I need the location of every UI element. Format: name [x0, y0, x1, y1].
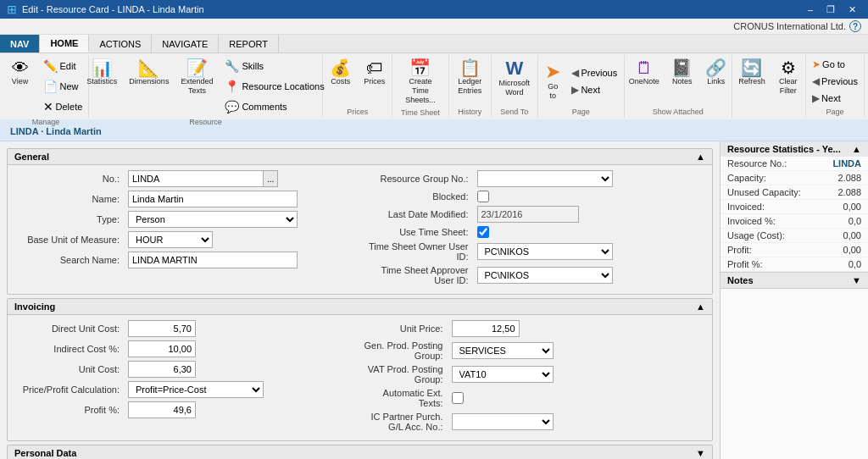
search-name-input[interactable] [128, 252, 298, 268]
personal-data-collapse-icon: ▼ [696, 448, 705, 458]
resource-group-select[interactable] [477, 170, 613, 187]
new-button[interactable]: 📄 New [39, 77, 87, 96]
extended-texts-button[interactable]: 📝 ExtendedTexts [176, 57, 217, 98]
base-uom-select[interactable]: HOUR [128, 231, 213, 248]
next-nav-button[interactable]: ▶ Next [809, 91, 861, 106]
price-profit-calc-select[interactable]: Profit=Price-Cost [128, 381, 264, 398]
microsoft-word-button[interactable]: W MicrosoftWord [495, 57, 535, 100]
attached-group-label: Show Attached [653, 108, 704, 116]
comments-label: Comments [242, 102, 287, 112]
no-dots-button[interactable]: ... [264, 170, 278, 187]
vat-prod-posting-select[interactable]: VAT10 [452, 366, 554, 383]
links-button[interactable]: 🔗 Links [701, 57, 732, 89]
stat-profit-value: 0,00 [843, 245, 861, 255]
delete-button[interactable]: ✕ Delete [39, 97, 87, 116]
use-timesheet-label: Use Time Sheet: [364, 227, 474, 237]
stat-profit-label: Profit: [727, 245, 752, 255]
personal-data-section-header[interactable]: Personal Data ▼ [8, 445, 712, 459]
personal-data-section: Personal Data ▼ [7, 445, 713, 459]
report-tab[interactable]: REPORT [219, 35, 279, 53]
onenote-button[interactable]: 🗒 OneNote [625, 57, 664, 89]
close-button[interactable]: ✕ [843, 3, 861, 17]
links-icon: 🔗 [705, 59, 726, 76]
notes-header[interactable]: Notes ▼ [721, 273, 868, 288]
use-timesheet-checkbox[interactable] [477, 226, 489, 238]
gen-prod-posting-select[interactable]: SERVICES [452, 342, 554, 359]
prices-button[interactable]: 🏷 Prices [359, 57, 390, 89]
general-section-content: No.: ... Name: T [8, 165, 712, 294]
stat-usage-cost: Usage (Cost): 0,00 [721, 229, 868, 243]
maximize-button[interactable]: ❐ [821, 3, 840, 17]
auto-ext-texts-label: Automatic Ext. Texts: [364, 388, 448, 408]
indirect-cost-input[interactable] [128, 340, 196, 357]
type-select[interactable]: Person Machine [128, 211, 298, 228]
company-name: CRONUS International Ltd. [733, 21, 846, 31]
ribbon-group-refresh: 🔄 Refresh ⚙ ClearFilter [732, 55, 806, 118]
resource-stats-header[interactable]: Resource Statistics - Ye... ▲ [721, 141, 868, 157]
page-title-text: LINDA · Linda Martin [10, 126, 102, 136]
ts-approver-select[interactable]: PC\NIKOS [477, 267, 613, 284]
statistics-button[interactable]: 📊 Statistics [82, 57, 121, 89]
stat-capacity-value: 2.088 [837, 173, 861, 183]
title-bar: ⊞ Edit - Resource Card - LINDA - Linda M… [0, 0, 868, 19]
goto-button[interactable]: ➤ Go to [541, 60, 565, 103]
previous-page-button[interactable]: ◀ Previous [568, 65, 620, 80]
clear-filter-button[interactable]: ⚙ ClearFilter [773, 57, 804, 98]
no-label: No.: [14, 174, 125, 184]
general-section-collapse-icon: ▲ [696, 152, 705, 162]
resource-group-label: Resource [189, 118, 222, 126]
unit-price-input[interactable] [452, 320, 520, 337]
ribbon-group-timesheet: 📅 Create TimeSheets... Time Sheet [392, 55, 449, 118]
blocked-checkbox[interactable] [477, 191, 489, 202]
general-section-header[interactable]: General ▲ [8, 149, 712, 165]
stat-profit-pct-value: 0,0 [849, 259, 861, 269]
ledger-entries-label: LedgerEntries [458, 77, 481, 96]
unit-cost-input[interactable] [128, 361, 196, 378]
invoicing-section-header[interactable]: Invoicing ▲ [8, 299, 712, 315]
minimize-button[interactable]: – [803, 3, 818, 17]
navigate-tab[interactable]: NAVIGATE [152, 35, 219, 53]
form-area: General ▲ No.: ... [0, 141, 720, 459]
name-input[interactable] [128, 191, 298, 207]
skills-label: Skills [242, 61, 264, 71]
ledger-entries-button[interactable]: 📋 LedgerEntries [453, 57, 486, 98]
view-button[interactable]: 👁 View [5, 57, 36, 89]
ic-partner-select[interactable] [452, 413, 554, 430]
no-row: No.: ... [14, 170, 357, 187]
resource-locations-button[interactable]: 📍 Resource Locations [220, 77, 328, 96]
last-date-row: Last Date Modified: [364, 206, 706, 223]
notes-button[interactable]: 📓 Notes [667, 57, 698, 89]
edit-label: Edit [60, 61, 76, 71]
goto-page-arrow: ➤ [812, 58, 821, 70]
ts-owner-select[interactable]: PC\NIKOS [477, 243, 613, 260]
nav-tab[interactable]: NAV [0, 35, 40, 53]
goto-label: Go to [545, 82, 560, 101]
stat-profit-pct-label: Profit %: [727, 259, 763, 269]
timesheet-group-label: Time Sheet [401, 108, 440, 117]
go-to-page-button[interactable]: ➤ Go to [809, 57, 861, 72]
personal-data-section-label: Personal Data [14, 448, 76, 458]
profit-pct-input[interactable] [128, 401, 196, 418]
page1-group-label: Page [572, 108, 590, 116]
home-tab[interactable]: HOME [40, 35, 89, 53]
dimensions-button[interactable]: 📐 Dimensions [125, 57, 173, 89]
edit-button[interactable]: ✏️ Edit [39, 57, 87, 75]
actions-tab[interactable]: ACTIONS [89, 35, 152, 53]
indirect-cost-row: Indirect Cost %: [14, 340, 357, 357]
comments-button[interactable]: 💬 Comments [220, 97, 328, 116]
stat-invoiced-label: Invoiced: [727, 202, 765, 212]
direct-unit-cost-input[interactable] [128, 320, 196, 337]
skills-button[interactable]: 🔧 Skills [220, 57, 328, 75]
no-input[interactable] [128, 170, 264, 187]
price-profit-calc-label: Price/Profit Calculation: [14, 384, 125, 395]
direct-unit-cost-row: Direct Unit Cost: [14, 320, 357, 337]
resource-stats-section: Resource Statistics - Ye... ▲ Resource N… [721, 141, 868, 273]
costs-button[interactable]: 💰 Costs [326, 57, 356, 89]
auto-ext-texts-checkbox[interactable] [452, 392, 464, 404]
create-time-sheets-button[interactable]: 📅 Create TimeSheets... [398, 57, 443, 107]
help-icon[interactable]: ? [849, 20, 861, 32]
previous-nav-button[interactable]: ◀ Previous [809, 74, 861, 89]
refresh-button[interactable]: 🔄 Refresh [734, 57, 770, 89]
gen-prod-posting-label: Gen. Prod. Posting Group: [364, 340, 448, 361]
next-page-button[interactable]: ▶ Next [568, 82, 620, 97]
